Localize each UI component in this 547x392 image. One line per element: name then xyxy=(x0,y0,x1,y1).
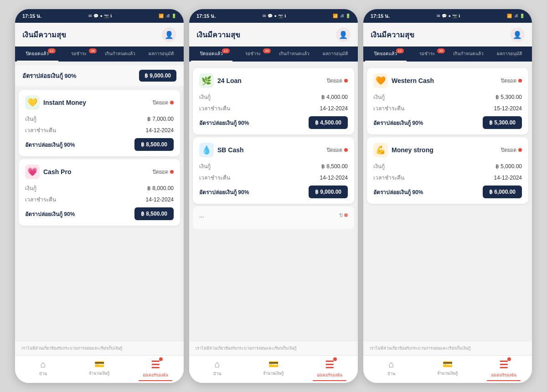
card-action-button[interactable]: ฿ 6,000.00 xyxy=(483,186,522,198)
brand-icon: 🌿 xyxy=(199,73,214,88)
loan-amount: ฿ 7,000.00 xyxy=(147,116,174,122)
nav-item-home[interactable]: ⌂ บ้าน xyxy=(363,359,419,381)
tab-closed[interactable]: ปิดยอดแล้ว12 xyxy=(17,46,58,62)
content-area: อัตราปล่อยเงินกู้ 90% ฿ 9,000.00 💛 Insta… xyxy=(15,62,184,341)
orders-badge xyxy=(159,357,163,361)
tab-waiting[interactable]: รอชำระ36 xyxy=(58,46,100,62)
loan-amount: ฿ 4,000.00 xyxy=(321,94,348,100)
brand-name: Instant Money xyxy=(43,99,86,106)
phone-phone2: 17:15 น. ✉ 💬 ● 📷 ℹ 📶 .ıll 🔋 เงินมีความสุ… xyxy=(189,9,358,383)
loan-card-money-strong: 💪 Money strong ปิดยอด เงินกู้ ฿ 5,000.00… xyxy=(367,137,528,204)
tab-closed[interactable]: ปิดยอดแล้ว12 xyxy=(191,46,232,62)
card-footer: อัตราปล่อยเงินกู้ 90% ฿ 8,500.00 xyxy=(25,207,174,220)
nav-item-loans[interactable]: 💳 จำนวนเงินกู้ xyxy=(419,359,475,381)
loan-row: เงินกู้ ฿ 8,000.00 xyxy=(25,184,174,192)
card-action-button[interactable]: ฿ 8,500.00 xyxy=(134,207,174,220)
signal-icon: .ıll xyxy=(340,14,344,18)
status-bar: 17:15 น. ✉ 💬 ● 📷 ℹ 📶 .ıll 🔋 xyxy=(363,9,532,23)
card-action-button[interactable]: ฿ 8,500.00 xyxy=(134,138,174,151)
tab-over[interactable]: เกินกำหนดแล้ว xyxy=(274,46,315,62)
card-footer: อัตราปล่อยเงินกู้ 90% ฿ 8,500.00 xyxy=(25,138,174,151)
date-row: เวลาชำระคืน 15-12-2024 xyxy=(373,104,522,113)
loan-card-cash-pro: 💗 Cash Pro ปิดยอด เงินกู้ ฿ 8,000.00 เวล… xyxy=(19,159,180,226)
dot-icon: ● xyxy=(274,14,276,18)
card-brand: 💛 Instant Money xyxy=(25,95,86,110)
user-avatar[interactable]: 👤 xyxy=(510,27,525,42)
date-value: 14-12-2024 xyxy=(494,175,522,181)
camera-icon: 📷 xyxy=(278,14,283,18)
nav-item-loans[interactable]: 💳 จำนวนเงินกู้ xyxy=(71,359,127,381)
loan-row: เงินกู้ ฿ 5,300.00 xyxy=(373,93,522,101)
loan-amount: ฿ 5,000.00 xyxy=(495,163,522,170)
rate-amount: ฿ 9,000.00 xyxy=(139,70,176,82)
wifi-icon: 📶 xyxy=(507,14,512,18)
user-avatar[interactable]: 👤 xyxy=(336,27,351,42)
app-header: เงินมีความสุข 👤 xyxy=(363,23,532,46)
tab-badge-closed: 12 xyxy=(48,48,56,53)
nav-label-orders: ออเดอร์ของฉัน xyxy=(491,372,516,378)
brand-name: Money strong xyxy=(392,146,433,154)
status-label: ปิดยอด xyxy=(501,77,522,85)
status-dot xyxy=(518,79,522,83)
date-value: 14-12-2024 xyxy=(146,196,174,203)
tab-result[interactable]: ผลการอนุมัติ xyxy=(489,46,531,62)
tab-result[interactable]: ผลการอนุมัติ xyxy=(141,46,182,62)
user-avatar[interactable]: 👤 xyxy=(162,27,176,42)
app-title: เงินมีความสุข xyxy=(196,29,240,41)
nav-item-orders[interactable]: ☰ ออเดอร์ของฉัน xyxy=(476,359,532,381)
nav-item-orders[interactable]: ☰ ออเดอร์ของฉัน xyxy=(128,359,184,381)
tab-badge-waiting: 36 xyxy=(437,48,445,53)
chat-icon: 💬 xyxy=(93,14,98,18)
home-icon: ⌂ xyxy=(215,359,220,370)
nav-item-home[interactable]: ⌂ บ้าน xyxy=(15,359,71,381)
card-action-button[interactable]: ฿ 9,000.00 xyxy=(309,186,348,198)
date-row: เวลาชำระคืน 14-12-2024 xyxy=(25,126,174,134)
date-label: เวลาชำระคืน xyxy=(25,126,56,134)
nav-item-orders[interactable]: ☰ ออเดอร์ของฉัน xyxy=(302,359,358,381)
tab-bar: ปิดยอดแล้ว12รอชำระ36เกินกำหนดแล้วผลการอน… xyxy=(189,46,358,62)
nav-item-home[interactable]: ⌂ บ้าน xyxy=(189,359,245,381)
brand-icon: 💧 xyxy=(199,143,214,157)
msg-icon: ✉ xyxy=(88,14,92,18)
status-dot xyxy=(344,148,348,152)
dot-icon: ● xyxy=(448,14,450,18)
card-action-button[interactable]: ฿ 4,500.00 xyxy=(309,116,348,129)
card-header: 💗 Cash Pro ปิดยอด xyxy=(25,165,174,179)
tab-over[interactable]: เกินกำหนดแล้ว xyxy=(99,46,141,62)
info-icon: ℹ xyxy=(110,14,112,18)
brand-icon: 💗 xyxy=(25,165,40,179)
app-header: เงินมีความสุข 👤 xyxy=(189,23,358,46)
status-dot xyxy=(170,170,174,174)
card-brand: 💧 SB Cash xyxy=(199,143,244,157)
camera-icon: 📷 xyxy=(104,14,109,18)
nav-label-loans: จำนวนเงินกู้ xyxy=(263,370,284,377)
rate-text: อัตราปล่อยเงินกู้ 90% xyxy=(25,210,75,218)
card-action-button[interactable]: ฿ 5,300.00 xyxy=(483,116,522,129)
app-header: เงินมีความสุข 👤 xyxy=(15,23,184,46)
rate-text: อัตราปล่อยเงินกู้ 90% xyxy=(373,119,423,127)
card-footer: อัตราปล่อยเงินกู้ 90% ฿ 6,000.00 xyxy=(373,186,522,198)
tab-over[interactable]: เกินกำหนดแล้ว xyxy=(448,46,489,62)
tab-waiting[interactable]: รอชำระ36 xyxy=(407,46,448,62)
tab-result[interactable]: ผลการอนุมัติ xyxy=(315,46,356,62)
status-label: ปิดยอด xyxy=(327,77,348,85)
status-label: ปิดยอด xyxy=(327,146,348,154)
date-value: 14-12-2024 xyxy=(146,127,174,134)
date-value: 14-12-2024 xyxy=(320,175,348,181)
loan-label: เงินกู้ xyxy=(25,184,36,192)
status-label: ปิดยอด xyxy=(501,146,522,154)
orders-badge xyxy=(507,357,511,361)
loans-icon: 💳 xyxy=(268,359,279,369)
nav-label-loans: จำนวนเงินกู้ xyxy=(89,370,109,377)
signal-icon: .ıll xyxy=(514,14,518,18)
loan-label: เงินกู้ xyxy=(199,93,211,101)
brand-icon: 💪 xyxy=(373,143,388,157)
brand-name: 24 Loan xyxy=(217,77,242,84)
wifi-icon: 📶 xyxy=(159,14,164,18)
loan-amount: ฿ 8,500.00 xyxy=(321,163,348,170)
tab-waiting[interactable]: รอชำระ36 xyxy=(232,46,274,62)
status-time: 17:15 น. xyxy=(196,12,216,20)
nav-item-loans[interactable]: 💳 จำนวนเงินกู้ xyxy=(245,359,301,381)
bottom-nav: ⌂ บ้าน 💳 จำนวนเงินกู้ ☰ ออเดอร์ของฉัน xyxy=(15,355,184,383)
tab-closed[interactable]: ปิดยอดแล้ว12 xyxy=(365,46,407,62)
